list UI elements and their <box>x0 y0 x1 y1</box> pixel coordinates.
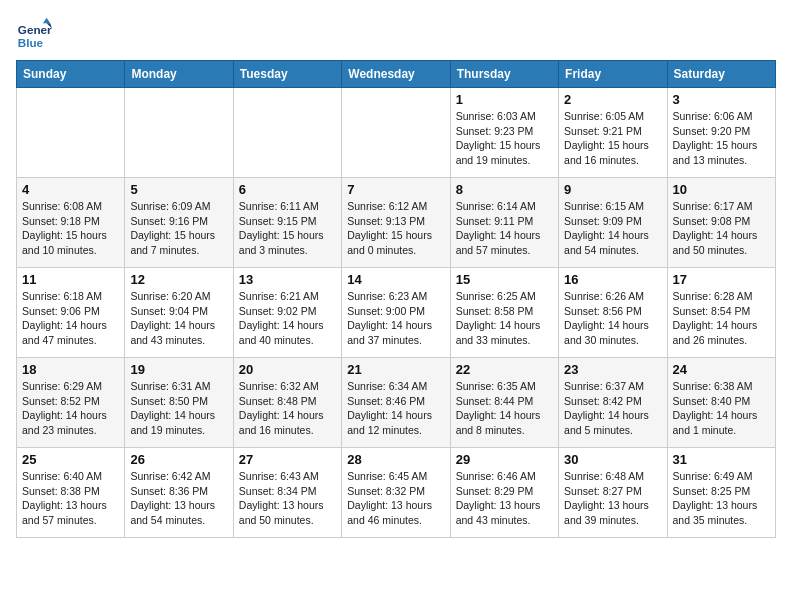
calendar-cell: 26Sunrise: 6:42 AM Sunset: 8:36 PM Dayli… <box>125 448 233 538</box>
day-number: 17 <box>673 272 770 287</box>
day-number: 29 <box>456 452 553 467</box>
day-info: Sunrise: 6:26 AM Sunset: 8:56 PM Dayligh… <box>564 289 661 348</box>
calendar-cell: 8Sunrise: 6:14 AM Sunset: 9:11 PM Daylig… <box>450 178 558 268</box>
day-info: Sunrise: 6:15 AM Sunset: 9:09 PM Dayligh… <box>564 199 661 258</box>
calendar-cell: 30Sunrise: 6:48 AM Sunset: 8:27 PM Dayli… <box>559 448 667 538</box>
day-info: Sunrise: 6:28 AM Sunset: 8:54 PM Dayligh… <box>673 289 770 348</box>
day-info: Sunrise: 6:11 AM Sunset: 9:15 PM Dayligh… <box>239 199 336 258</box>
day-number: 6 <box>239 182 336 197</box>
day-info: Sunrise: 6:20 AM Sunset: 9:04 PM Dayligh… <box>130 289 227 348</box>
day-number: 2 <box>564 92 661 107</box>
calendar-week-row: 25Sunrise: 6:40 AM Sunset: 8:38 PM Dayli… <box>17 448 776 538</box>
day-info: Sunrise: 6:29 AM Sunset: 8:52 PM Dayligh… <box>22 379 119 438</box>
day-info: Sunrise: 6:09 AM Sunset: 9:16 PM Dayligh… <box>130 199 227 258</box>
calendar-cell <box>233 88 341 178</box>
calendar-cell: 24Sunrise: 6:38 AM Sunset: 8:40 PM Dayli… <box>667 358 775 448</box>
day-number: 12 <box>130 272 227 287</box>
calendar-week-row: 4Sunrise: 6:08 AM Sunset: 9:18 PM Daylig… <box>17 178 776 268</box>
calendar-cell: 2Sunrise: 6:05 AM Sunset: 9:21 PM Daylig… <box>559 88 667 178</box>
calendar-cell: 14Sunrise: 6:23 AM Sunset: 9:00 PM Dayli… <box>342 268 450 358</box>
calendar-header-monday: Monday <box>125 61 233 88</box>
calendar-week-row: 18Sunrise: 6:29 AM Sunset: 8:52 PM Dayli… <box>17 358 776 448</box>
logo: General Blue <box>16 16 52 52</box>
day-info: Sunrise: 6:32 AM Sunset: 8:48 PM Dayligh… <box>239 379 336 438</box>
calendar-cell: 18Sunrise: 6:29 AM Sunset: 8:52 PM Dayli… <box>17 358 125 448</box>
calendar-cell: 17Sunrise: 6:28 AM Sunset: 8:54 PM Dayli… <box>667 268 775 358</box>
calendar-cell: 12Sunrise: 6:20 AM Sunset: 9:04 PM Dayli… <box>125 268 233 358</box>
day-info: Sunrise: 6:08 AM Sunset: 9:18 PM Dayligh… <box>22 199 119 258</box>
day-number: 18 <box>22 362 119 377</box>
day-number: 27 <box>239 452 336 467</box>
svg-text:General: General <box>18 23 52 36</box>
day-number: 11 <box>22 272 119 287</box>
day-info: Sunrise: 6:34 AM Sunset: 8:46 PM Dayligh… <box>347 379 444 438</box>
day-info: Sunrise: 6:45 AM Sunset: 8:32 PM Dayligh… <box>347 469 444 528</box>
calendar-header-thursday: Thursday <box>450 61 558 88</box>
day-info: Sunrise: 6:25 AM Sunset: 8:58 PM Dayligh… <box>456 289 553 348</box>
day-info: Sunrise: 6:40 AM Sunset: 8:38 PM Dayligh… <box>22 469 119 528</box>
calendar-cell: 22Sunrise: 6:35 AM Sunset: 8:44 PM Dayli… <box>450 358 558 448</box>
day-info: Sunrise: 6:49 AM Sunset: 8:25 PM Dayligh… <box>673 469 770 528</box>
calendar-cell: 6Sunrise: 6:11 AM Sunset: 9:15 PM Daylig… <box>233 178 341 268</box>
calendar-cell: 15Sunrise: 6:25 AM Sunset: 8:58 PM Dayli… <box>450 268 558 358</box>
calendar-header-friday: Friday <box>559 61 667 88</box>
calendar-cell: 23Sunrise: 6:37 AM Sunset: 8:42 PM Dayli… <box>559 358 667 448</box>
day-info: Sunrise: 6:12 AM Sunset: 9:13 PM Dayligh… <box>347 199 444 258</box>
day-number: 3 <box>673 92 770 107</box>
day-info: Sunrise: 6:35 AM Sunset: 8:44 PM Dayligh… <box>456 379 553 438</box>
day-info: Sunrise: 6:05 AM Sunset: 9:21 PM Dayligh… <box>564 109 661 168</box>
calendar-cell: 11Sunrise: 6:18 AM Sunset: 9:06 PM Dayli… <box>17 268 125 358</box>
day-info: Sunrise: 6:46 AM Sunset: 8:29 PM Dayligh… <box>456 469 553 528</box>
calendar-cell: 3Sunrise: 6:06 AM Sunset: 9:20 PM Daylig… <box>667 88 775 178</box>
day-info: Sunrise: 6:43 AM Sunset: 8:34 PM Dayligh… <box>239 469 336 528</box>
calendar-header-tuesday: Tuesday <box>233 61 341 88</box>
day-number: 28 <box>347 452 444 467</box>
calendar-cell: 29Sunrise: 6:46 AM Sunset: 8:29 PM Dayli… <box>450 448 558 538</box>
calendar-cell: 7Sunrise: 6:12 AM Sunset: 9:13 PM Daylig… <box>342 178 450 268</box>
day-info: Sunrise: 6:42 AM Sunset: 8:36 PM Dayligh… <box>130 469 227 528</box>
calendar-cell: 20Sunrise: 6:32 AM Sunset: 8:48 PM Dayli… <box>233 358 341 448</box>
day-info: Sunrise: 6:06 AM Sunset: 9:20 PM Dayligh… <box>673 109 770 168</box>
calendar-cell: 5Sunrise: 6:09 AM Sunset: 9:16 PM Daylig… <box>125 178 233 268</box>
calendar-cell: 1Sunrise: 6:03 AM Sunset: 9:23 PM Daylig… <box>450 88 558 178</box>
svg-text:Blue: Blue <box>18 36 44 49</box>
calendar-week-row: 1Sunrise: 6:03 AM Sunset: 9:23 PM Daylig… <box>17 88 776 178</box>
day-number: 31 <box>673 452 770 467</box>
calendar-cell: 4Sunrise: 6:08 AM Sunset: 9:18 PM Daylig… <box>17 178 125 268</box>
calendar-cell: 13Sunrise: 6:21 AM Sunset: 9:02 PM Dayli… <box>233 268 341 358</box>
calendar-cell: 21Sunrise: 6:34 AM Sunset: 8:46 PM Dayli… <box>342 358 450 448</box>
day-number: 19 <box>130 362 227 377</box>
day-number: 1 <box>456 92 553 107</box>
day-info: Sunrise: 6:14 AM Sunset: 9:11 PM Dayligh… <box>456 199 553 258</box>
day-number: 16 <box>564 272 661 287</box>
calendar-header-row: SundayMondayTuesdayWednesdayThursdayFrid… <box>17 61 776 88</box>
calendar-cell: 19Sunrise: 6:31 AM Sunset: 8:50 PM Dayli… <box>125 358 233 448</box>
calendar-header-wednesday: Wednesday <box>342 61 450 88</box>
calendar-cell: 9Sunrise: 6:15 AM Sunset: 9:09 PM Daylig… <box>559 178 667 268</box>
day-info: Sunrise: 6:18 AM Sunset: 9:06 PM Dayligh… <box>22 289 119 348</box>
calendar-cell: 25Sunrise: 6:40 AM Sunset: 8:38 PM Dayli… <box>17 448 125 538</box>
day-number: 5 <box>130 182 227 197</box>
day-number: 23 <box>564 362 661 377</box>
calendar-header-sunday: Sunday <box>17 61 125 88</box>
day-number: 8 <box>456 182 553 197</box>
calendar-cell <box>342 88 450 178</box>
calendar-cell: 10Sunrise: 6:17 AM Sunset: 9:08 PM Dayli… <box>667 178 775 268</box>
day-info: Sunrise: 6:21 AM Sunset: 9:02 PM Dayligh… <box>239 289 336 348</box>
calendar-header-saturday: Saturday <box>667 61 775 88</box>
day-number: 30 <box>564 452 661 467</box>
day-number: 25 <box>22 452 119 467</box>
day-number: 24 <box>673 362 770 377</box>
day-info: Sunrise: 6:31 AM Sunset: 8:50 PM Dayligh… <box>130 379 227 438</box>
calendar-cell <box>17 88 125 178</box>
day-number: 9 <box>564 182 661 197</box>
day-info: Sunrise: 6:23 AM Sunset: 9:00 PM Dayligh… <box>347 289 444 348</box>
logo-icon: General Blue <box>16 16 52 52</box>
calendar-cell <box>125 88 233 178</box>
day-info: Sunrise: 6:03 AM Sunset: 9:23 PM Dayligh… <box>456 109 553 168</box>
day-number: 15 <box>456 272 553 287</box>
day-number: 10 <box>673 182 770 197</box>
day-number: 14 <box>347 272 444 287</box>
day-number: 4 <box>22 182 119 197</box>
day-number: 21 <box>347 362 444 377</box>
